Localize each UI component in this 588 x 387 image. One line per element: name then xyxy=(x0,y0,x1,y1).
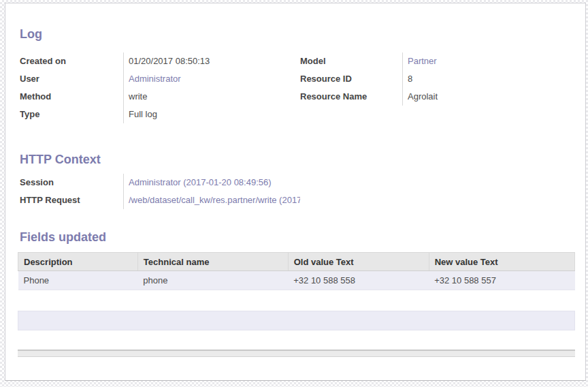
field-label-type: Type xyxy=(20,106,123,123)
field-value-method: write xyxy=(123,88,300,106)
field-value-http-request-link[interactable]: /web/dataset/call_kw/res.partner/write (… xyxy=(123,191,300,209)
table-row[interactable]: Phone phone +32 10 588 558 +32 10 588 55… xyxy=(18,271,575,290)
cell-old-value[interactable]: +32 10 588 558 xyxy=(288,271,429,290)
field-value-session-link[interactable]: Administrator (2017-01-20 08:49:56) xyxy=(123,174,300,191)
field-label-session: Session xyxy=(20,174,123,191)
field-value-user-link[interactable]: Administrator xyxy=(123,70,300,88)
field-label-http-request: HTTP Request xyxy=(20,191,123,209)
field-label-resource-name: Resource Name xyxy=(300,88,402,106)
field-value-model-link[interactable]: Partner xyxy=(402,52,575,70)
page-background: { "accent_color": "#7c7bad", "sections":… xyxy=(0,0,588,387)
http-context-fields-group: Session Administrator (2017-01-20 08:49:… xyxy=(20,174,300,209)
empty-list-row-strip xyxy=(18,311,575,330)
cell-technical-name[interactable]: phone xyxy=(137,271,288,290)
log-fields-right-group: Model Partner Resource ID 8 Resource Nam… xyxy=(300,52,575,123)
http-context-section-title: HTTP Context xyxy=(20,152,575,167)
fields-updated-section-title: Fields updated xyxy=(20,230,575,245)
log-fields-columns: Created on 01/20/2017 08:50:13 User Admi… xyxy=(20,52,575,123)
table-header-row: Description Technical name Old value Tex… xyxy=(18,253,575,271)
cell-description[interactable]: Phone xyxy=(18,271,138,290)
field-label-user: User xyxy=(20,70,123,88)
fields-updated-table: Description Technical name Old value Tex… xyxy=(18,252,575,290)
log-fields-left-group: Created on 01/20/2017 08:50:13 User Admi… xyxy=(20,52,300,123)
field-label-created-on: Created on xyxy=(20,52,123,70)
empty-list-header-strip xyxy=(18,350,575,357)
field-label-resource-id: Resource ID xyxy=(300,70,402,88)
cell-new-value[interactable]: +32 10 588 557 xyxy=(429,271,574,290)
field-value-created-on: 01/20/2017 08:50:13 xyxy=(123,52,300,70)
log-section-title: Log xyxy=(20,27,575,42)
column-header-old-value-text[interactable]: Old value Text xyxy=(288,253,429,271)
field-value-resource-name: Agrolait xyxy=(402,88,575,106)
field-value-resource-id: 8 xyxy=(402,70,575,88)
column-header-new-value-text[interactable]: New value Text xyxy=(429,253,574,271)
field-label-method: Method xyxy=(20,88,123,106)
field-label-model: Model xyxy=(300,52,402,70)
column-header-description[interactable]: Description xyxy=(18,253,138,271)
column-header-technical-name[interactable]: Technical name xyxy=(137,253,288,271)
log-form-panel: Log Created on 01/20/2017 08:50:13 User … xyxy=(5,3,586,381)
field-value-type: Full log xyxy=(123,106,300,123)
